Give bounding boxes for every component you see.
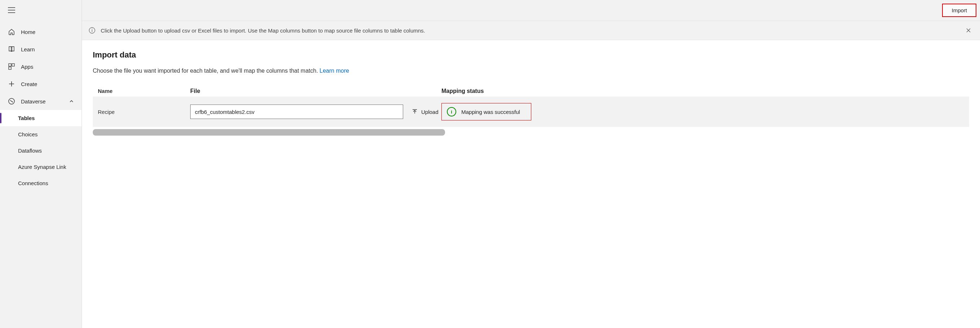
- sidebar-item-label: Tables: [18, 115, 35, 121]
- column-headers: Name File Mapping status: [93, 88, 969, 96]
- content: Import data Choose the file you want imp…: [82, 40, 980, 328]
- row-file-cell: Upload: [190, 104, 441, 119]
- sidebar-item-tables[interactable]: Tables: [0, 110, 81, 126]
- close-icon: [965, 27, 972, 34]
- progress-bar: [93, 129, 445, 136]
- file-input[interactable]: [190, 104, 403, 119]
- row-status-cell: i Mapping was successful: [441, 103, 554, 120]
- nav: Home Learn Apps Create: [0, 20, 81, 328]
- sidebar-item-azure-synapse-link[interactable]: Azure Synapse Link: [0, 159, 81, 175]
- sidebar-item-label: Azure Synapse Link: [18, 164, 66, 170]
- info-bar: Click the Upload button to upload csv or…: [82, 21, 980, 40]
- page-subtitle: Choose the file you want imported for ea…: [93, 68, 969, 74]
- sidebar-item-connections[interactable]: Connections: [0, 175, 81, 191]
- column-header-file: File: [190, 88, 441, 94]
- sidebar-item-label: Dataverse: [21, 98, 46, 104]
- row-name: Recipe: [98, 109, 190, 115]
- sidebar-item-label: Connections: [18, 180, 48, 186]
- info-close-button[interactable]: [963, 25, 974, 35]
- sidebar-item-label: Choices: [18, 131, 38, 138]
- dataverse-submenu: Tables Choices Dataflows Azure Synapse L…: [0, 110, 81, 191]
- table-row: Recipe Upload i Mapping wa: [93, 96, 969, 127]
- sidebar-item-home[interactable]: Home: [0, 23, 81, 40]
- sidebar: Home Learn Apps Create: [0, 0, 82, 328]
- upload-button[interactable]: Upload: [408, 106, 441, 118]
- plus-icon: [8, 80, 15, 88]
- book-icon: [8, 46, 15, 53]
- import-button[interactable]: Import: [942, 3, 977, 17]
- chevron-up-icon: [68, 98, 75, 105]
- sidebar-item-create[interactable]: Create: [0, 75, 81, 93]
- page-title: Import data: [93, 50, 969, 60]
- learn-more-link[interactable]: Learn more: [320, 68, 349, 74]
- info-text: Click the Upload button to upload csv or…: [101, 27, 425, 34]
- import-table: Name File Mapping status Recipe Upload: [93, 88, 969, 136]
- column-header-status: Mapping status: [441, 88, 554, 94]
- svg-rect-2: [9, 67, 11, 69]
- sidebar-item-dataverse[interactable]: Dataverse: [0, 93, 81, 110]
- main-header: Import: [82, 0, 980, 17]
- subtitle-text: Choose the file you want imported for ea…: [93, 68, 320, 74]
- upload-icon: [411, 108, 418, 115]
- svg-rect-0: [9, 64, 11, 66]
- sidebar-item-apps[interactable]: Apps: [0, 58, 81, 75]
- status-text: Mapping was successful: [461, 109, 520, 115]
- svg-rect-1: [12, 64, 14, 66]
- info-icon: [88, 27, 95, 34]
- status-badge: i Mapping was successful: [441, 103, 531, 120]
- sidebar-item-choices[interactable]: Choices: [0, 126, 81, 142]
- svg-point-5: [92, 29, 92, 30]
- success-icon: i: [447, 107, 456, 117]
- sidebar-item-label: Home: [21, 29, 35, 35]
- hamburger-button[interactable]: [0, 0, 81, 20]
- column-header-name: Name: [98, 88, 190, 94]
- upload-label: Upload: [421, 109, 439, 115]
- sidebar-item-dataflows[interactable]: Dataflows: [0, 142, 81, 159]
- sidebar-item-label: Create: [21, 81, 37, 87]
- home-icon: [8, 28, 15, 35]
- apps-icon: [8, 63, 15, 70]
- sidebar-item-label: Dataflows: [18, 147, 42, 154]
- sidebar-item-label: Apps: [21, 64, 33, 70]
- sidebar-item-learn[interactable]: Learn: [0, 40, 81, 58]
- menu-icon: [8, 6, 15, 14]
- main: Import Click the Upload button to upload…: [82, 0, 980, 328]
- dataverse-icon: [8, 98, 15, 105]
- sidebar-item-label: Learn: [21, 46, 35, 53]
